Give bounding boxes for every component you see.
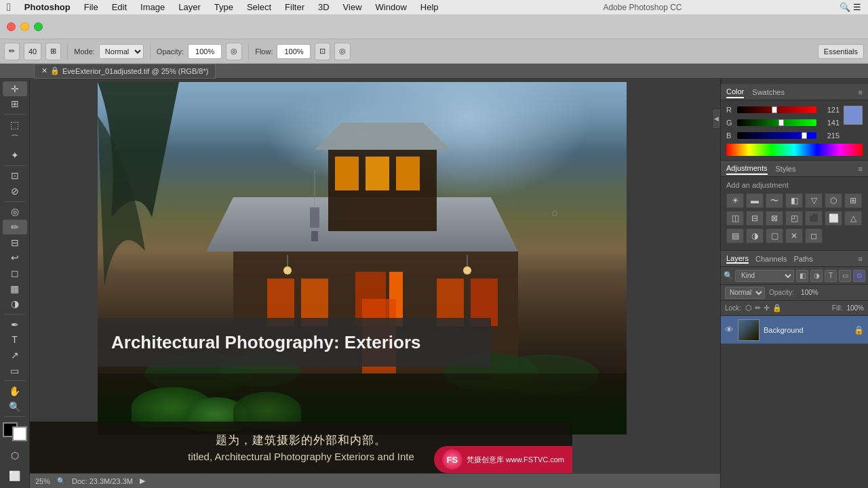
extra-btn[interactable]: ◎ — [334, 43, 351, 60]
canvas-area[interactable]: Architectural Photography: Exteriors 题为，… — [30, 79, 720, 488]
maximize-button[interactable] — [34, 22, 43, 31]
adj-selective[interactable]: ◑ — [746, 228, 764, 243]
adj-panel-menu[interactable]: ≡ — [859, 165, 863, 173]
color-swatches[interactable] — [3, 422, 27, 441]
adj-threshold[interactable]: △ — [844, 211, 862, 226]
tab-adjustments[interactable]: Adjustments — [726, 163, 768, 175]
adj-colorlookup[interactable]: ◰ — [785, 211, 803, 226]
g-thumb[interactable] — [778, 119, 784, 126]
menu-photoshop[interactable]: Photoshop — [18, 0, 77, 14]
brush-tool-btn[interactable]: ✏ — [4, 43, 20, 60]
tool-clone[interactable]: ⊟ — [3, 235, 27, 250]
flow-input[interactable] — [277, 44, 311, 59]
layer-visibility-btn[interactable]: 👁 — [725, 325, 734, 335]
color-preview[interactable] — [844, 106, 863, 125]
tool-pen[interactable]: ✒ — [3, 317, 27, 332]
opacity-input[interactable] — [188, 44, 222, 59]
mode-select[interactable]: Normal — [99, 44, 144, 59]
g-slider[interactable] — [737, 119, 816, 126]
tool-artboard[interactable]: ⊞ — [3, 97, 27, 112]
r-slider[interactable] — [737, 106, 816, 113]
tool-marquee[interactable]: ⬚ — [3, 117, 27, 132]
tool-eyedropper[interactable]: ⊘ — [3, 184, 27, 199]
panel-collapse-btn[interactable]: ◀ — [712, 108, 720, 129]
adj-gradient-map[interactable]: ▤ — [726, 228, 744, 243]
filter-type-btn[interactable]: ◧ — [796, 270, 808, 282]
tool-lasso[interactable]: ⌒ — [3, 133, 27, 148]
tool-quick-mask[interactable]: ⬡ — [3, 446, 27, 465]
file-tab[interactable]: ✕ 🔒 EveExterior_01adjusted.tif @ 25% (RG… — [34, 64, 216, 79]
lock-position-btn[interactable]: ✛ — [764, 304, 770, 312]
tab-paths[interactable]: Paths — [794, 255, 813, 263]
tab-layers[interactable]: Layers — [726, 254, 749, 264]
adj-exposure[interactable]: ◧ — [785, 193, 803, 208]
lock-transparent-btn[interactable]: ⬡ — [745, 304, 752, 312]
tab-channels[interactable]: Channels — [755, 255, 787, 263]
menu-select[interactable]: Select — [240, 0, 278, 14]
adj-hs[interactable]: ⬡ — [825, 193, 842, 208]
close-tab-icon[interactable]: ✕ — [41, 66, 47, 75]
menu-3d[interactable]: 3D — [311, 0, 336, 14]
adj-colorbalance[interactable]: ⊞ — [844, 193, 862, 208]
menu-window[interactable]: Window — [369, 0, 414, 14]
tool-history[interactable]: ↩ — [3, 251, 27, 266]
r-thumb[interactable] — [772, 106, 777, 113]
adj-brightness[interactable]: ☀ — [726, 193, 744, 208]
tool-path-select[interactable]: ↗ — [3, 348, 27, 363]
layer-mode-select[interactable]: Normal — [725, 287, 765, 299]
apple-menu[interactable]:  — [0, 1, 18, 14]
tool-healing[interactable]: ◎ — [3, 205, 27, 220]
tool-dodge[interactable]: ◑ — [3, 296, 27, 311]
minimize-button[interactable] — [20, 22, 29, 31]
tool-hand[interactable]: ✋ — [3, 384, 27, 399]
b-slider[interactable] — [737, 132, 816, 139]
adj-curves[interactable]: 〜 — [766, 193, 783, 208]
brush-size-display[interactable]: 40 — [24, 43, 41, 60]
tab-color[interactable]: Color — [726, 86, 744, 98]
airbrush-btn[interactable]: ◎ — [226, 43, 242, 60]
background-layer-row[interactable]: 👁 Background 🔒 — [721, 316, 868, 344]
menu-help[interactable]: Help — [414, 0, 446, 14]
menu-file[interactable]: File — [77, 0, 105, 14]
adj-pattern[interactable]: ◻ — [805, 228, 823, 243]
tab-styles[interactable]: Styles — [776, 163, 796, 174]
filter-text-btn[interactable]: T — [825, 270, 837, 282]
tool-zoom[interactable]: 🔍 — [3, 399, 27, 414]
layer-kind-select[interactable]: Kind — [735, 270, 794, 282]
menu-edit[interactable]: Edit — [105, 0, 134, 14]
tool-eraser[interactable]: ◻ — [3, 266, 27, 281]
smoothing-btn[interactable]: ⊡ — [315, 43, 330, 60]
color-spectrum[interactable] — [726, 144, 863, 156]
lock-all-btn[interactable]: 🔒 — [772, 304, 782, 312]
tool-move[interactable]: ✛ — [3, 81, 27, 96]
adj-solid[interactable]: ▢ — [766, 228, 783, 243]
lock-pixels-btn[interactable]: ✏ — [755, 304, 761, 312]
color-panel-menu[interactable]: ≡ — [859, 88, 863, 96]
tool-brush[interactable]: ✏ — [3, 220, 27, 235]
adj-chanmixer[interactable]: ⊠ — [766, 211, 783, 226]
menu-image[interactable]: Image — [134, 0, 172, 14]
tool-shape[interactable]: ▭ — [3, 363, 27, 378]
tab-swatches[interactable]: Swatches — [752, 87, 785, 98]
b-thumb[interactable] — [802, 132, 807, 139]
adj-posterize[interactable]: ⬜ — [825, 211, 842, 226]
close-button[interactable] — [7, 22, 16, 31]
brush-options-btn[interactable]: ⊞ — [45, 43, 61, 60]
tool-type[interactable]: T — [3, 332, 27, 347]
background-color[interactable] — [12, 426, 27, 441]
adj-invert[interactable]: ⬛ — [805, 211, 823, 226]
menu-layer[interactable]: Layer — [172, 0, 208, 14]
menu-type[interactable]: Type — [208, 0, 240, 14]
adj-bw[interactable]: ◫ — [726, 211, 744, 226]
adj-vibrance[interactable]: ▽ — [805, 193, 823, 208]
adj-levels[interactable]: ▬ — [746, 193, 764, 208]
filter-adjust-btn[interactable]: ◑ — [810, 270, 823, 282]
filter-toggle[interactable]: ⊙ — [853, 270, 865, 282]
tool-crop[interactable]: ⊡ — [3, 169, 27, 184]
tool-gradient[interactable]: ▦ — [3, 281, 27, 296]
filter-shape-btn[interactable]: ▭ — [839, 270, 851, 282]
adj-gradient-fill[interactable]: ✕ — [785, 228, 803, 243]
essentials-button[interactable]: Essentials — [818, 44, 864, 59]
menu-filter[interactable]: Filter — [278, 0, 311, 14]
adj-photofilter[interactable]: ⊟ — [746, 211, 764, 226]
